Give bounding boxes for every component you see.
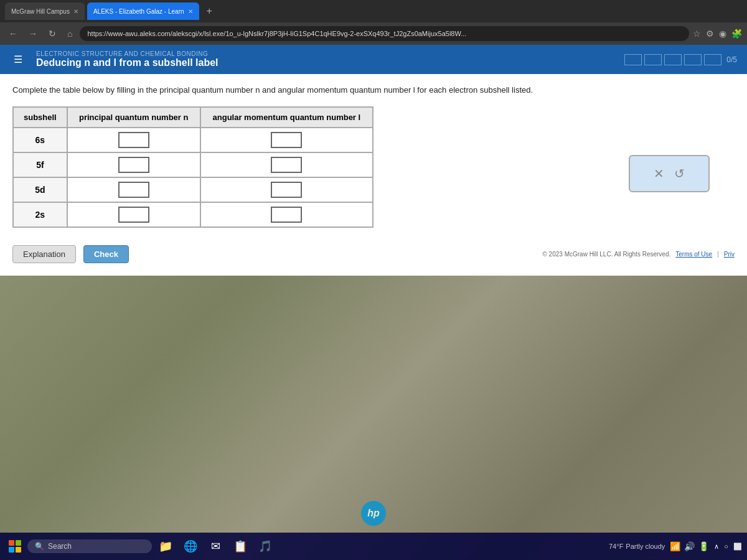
header-bar: ☰ ELECTRONIC STRUCTURE AND CHEMICAL BOND… bbox=[0, 45, 747, 74]
topic-title: Deducing n and l from a subshell label bbox=[36, 57, 218, 68]
start-button[interactable] bbox=[5, 536, 25, 556]
table-row: 5d bbox=[13, 177, 373, 202]
n-input-5d[interactable] bbox=[118, 182, 149, 198]
bottom-buttons: Explanation Check bbox=[12, 245, 129, 263]
address-bar-icons: ☆ ⚙ ◉ 🧩 bbox=[693, 29, 742, 39]
section-label: ELECTRONIC STRUCTURE AND CHEMICAL BONDIN… bbox=[36, 50, 218, 57]
n-input-cell-2s bbox=[67, 202, 200, 227]
taskbar-mail[interactable]: ✉ bbox=[204, 535, 227, 558]
tab-mcgraw-label: McGraw Hill Campus bbox=[11, 8, 70, 15]
subshell-5f: 5f bbox=[13, 152, 67, 177]
search-icon: 🔍 bbox=[35, 542, 44, 551]
progress-indicator: 0/5 bbox=[624, 54, 737, 65]
chevron-up-icon[interactable]: ∧ bbox=[714, 543, 719, 551]
tab-mcgraw-close[interactable]: ✕ bbox=[73, 8, 78, 15]
notification-icon[interactable]: ○ bbox=[724, 543, 728, 550]
col-header-subshell: subshell bbox=[13, 107, 67, 128]
l-input-6s[interactable] bbox=[271, 132, 302, 148]
prog-box-2 bbox=[644, 54, 662, 65]
taskbar-file-explorer[interactable]: 📁 bbox=[154, 535, 177, 558]
l-input-cell-5d bbox=[200, 177, 373, 202]
weather-condition: Partly cloudy bbox=[626, 543, 665, 550]
refresh-button[interactable]: ↻ bbox=[45, 27, 60, 40]
check-feedback-icon: ↺ bbox=[674, 166, 685, 181]
terms-link[interactable]: Terms of Use bbox=[675, 251, 712, 258]
win-sq-3 bbox=[9, 547, 14, 553]
system-tray: 📶 🔊 🔋 bbox=[670, 541, 709, 551]
win-sq-2 bbox=[16, 540, 21, 546]
check-button[interactable]: Check bbox=[83, 245, 129, 263]
feedback-box: ✕ ↺ bbox=[629, 155, 710, 192]
sidebar-toggle[interactable]: ☰ bbox=[10, 50, 29, 69]
star-icon[interactable]: ☆ bbox=[693, 29, 701, 39]
table-row: 5f bbox=[13, 152, 373, 177]
n-input-5f[interactable] bbox=[118, 157, 149, 173]
header-left: ELECTRONIC STRUCTURE AND CHEMICAL BONDIN… bbox=[36, 50, 218, 68]
weather-widget: 74°F Partly cloudy bbox=[609, 543, 665, 550]
desktop-show-icon[interactable]: ⬜ bbox=[733, 543, 742, 551]
win-sq-4 bbox=[16, 547, 21, 553]
weather-temp: 74°F bbox=[609, 543, 623, 550]
quantum-table: subshell principal quantum number n angu… bbox=[12, 106, 374, 228]
tab-aleks[interactable]: ALEKS - Elizabeth Galaz - Learn ✕ bbox=[87, 2, 199, 20]
browser-tab-bar: McGraw Hill Campus ✕ ALEKS - Elizabeth G… bbox=[0, 0, 747, 22]
n-input-2s[interactable] bbox=[118, 207, 149, 223]
l-input-cell-6s bbox=[200, 128, 373, 152]
prog-box-4 bbox=[684, 54, 702, 65]
address-bar-row: ← → ↻ ⌂ ☆ ⚙ ◉ 🧩 bbox=[0, 22, 747, 45]
subshell-6s: 6s bbox=[13, 128, 67, 152]
extensions-icon[interactable]: 🧩 bbox=[731, 29, 742, 39]
taskbar-browser[interactable]: 🌐 bbox=[179, 535, 202, 558]
privacy-link[interactable]: Priv bbox=[724, 251, 735, 258]
n-input-cell-6s bbox=[67, 128, 200, 152]
aleks-panel: ☰ ELECTRONIC STRUCTURE AND CHEMICAL BOND… bbox=[0, 45, 747, 276]
forward-button[interactable]: → bbox=[25, 27, 41, 40]
col-header-l: angular momentum quantum number l bbox=[200, 107, 373, 128]
instruction-text: Complete the table below by filling in t… bbox=[12, 84, 735, 96]
address-input[interactable] bbox=[80, 26, 689, 41]
n-input-cell-5d bbox=[67, 177, 200, 202]
tab-aleks-close[interactable]: ✕ bbox=[188, 8, 193, 15]
n-input-6s[interactable] bbox=[118, 132, 149, 148]
network-icon[interactable]: 📶 bbox=[670, 541, 680, 551]
prog-box-3 bbox=[664, 54, 682, 65]
taskbar-search[interactable]: 🔍 Search bbox=[27, 539, 152, 553]
l-input-2s[interactable] bbox=[271, 207, 302, 223]
taskbar-app-5[interactable]: 🎵 bbox=[254, 535, 276, 558]
action-buttons-row: Explanation Check © 2023 McGraw Hill LLC… bbox=[12, 240, 735, 266]
subshell-5d: 5d bbox=[13, 177, 67, 202]
main-content: ☰ ELECTRONIC STRUCTURE AND CHEMICAL BOND… bbox=[0, 45, 747, 560]
battery-icon[interactable]: 🔋 bbox=[698, 541, 709, 551]
progress-label: 0/5 bbox=[726, 55, 737, 64]
subshell-2s: 2s bbox=[13, 202, 67, 227]
content-body: Complete the table below by filling in t… bbox=[0, 74, 747, 276]
n-input-cell-5f bbox=[67, 152, 200, 177]
table-row: 2s bbox=[13, 202, 373, 227]
explanation-button[interactable]: Explanation bbox=[12, 245, 76, 263]
search-text: Search bbox=[48, 542, 72, 551]
l-input-5d[interactable] bbox=[271, 182, 302, 198]
prog-box-5 bbox=[704, 54, 721, 65]
back-button[interactable]: ← bbox=[5, 27, 21, 40]
copyright-area: © 2023 McGraw Hill LLC. All Rights Reser… bbox=[542, 251, 735, 258]
win-sq-1 bbox=[9, 540, 14, 546]
profile-icon[interactable]: ◉ bbox=[719, 29, 726, 39]
copyright-text: © 2023 McGraw Hill LLC. All Rights Reser… bbox=[542, 251, 670, 258]
tab-aleks-label: ALEKS - Elizabeth Galaz - Learn bbox=[93, 8, 184, 15]
x-feedback-icon: ✕ bbox=[654, 166, 664, 181]
settings-icon[interactable]: ⚙ bbox=[706, 29, 714, 39]
taskbar-right: 74°F Partly cloudy 📶 🔊 🔋 ∧ ○ ⬜ bbox=[609, 541, 742, 551]
taskbar: 🔍 Search 📁 🌐 ✉ 📋 🎵 74°F Partly cloudy 📶 … bbox=[0, 533, 747, 560]
l-input-cell-2s bbox=[200, 202, 373, 227]
tab-mcgraw[interactable]: McGraw Hill Campus ✕ bbox=[5, 2, 85, 20]
home-button[interactable]: ⌂ bbox=[63, 27, 76, 40]
col-header-n: principal quantum number n bbox=[67, 107, 200, 128]
volume-icon[interactable]: 🔊 bbox=[684, 541, 695, 551]
l-input-5f[interactable] bbox=[271, 157, 302, 173]
taskbar-app-4[interactable]: 📋 bbox=[229, 535, 251, 558]
new-tab-button[interactable]: + bbox=[202, 6, 217, 17]
table-row: 6s bbox=[13, 128, 373, 152]
l-input-cell-5f bbox=[200, 152, 373, 177]
separator: | bbox=[717, 251, 719, 258]
hp-brand-circle: hp bbox=[361, 501, 386, 526]
